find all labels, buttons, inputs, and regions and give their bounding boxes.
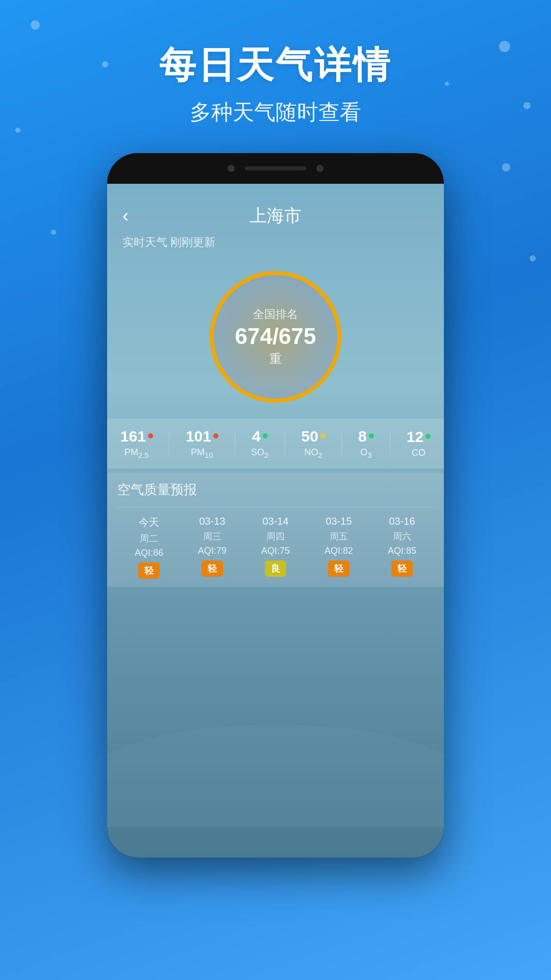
pollutant-value: 8: [358, 428, 367, 445]
pollutant-name: PM10: [191, 447, 213, 459]
forecast-item-3: 03-15 周五 AQI:82 轻: [307, 516, 370, 577]
bg-wave: [107, 725, 444, 827]
forecast-title: 空气质量预报: [117, 481, 434, 499]
pollutant-name: NO2: [305, 447, 322, 459]
aqi-circle-section: 全国排名 674/675 重: [107, 250, 444, 419]
pollutant-name: PM2.5: [124, 447, 149, 459]
pollutant-value-row: 101: [186, 428, 218, 445]
pollutant-divider: [390, 431, 390, 456]
pollutant-divider: [341, 431, 342, 456]
sensor-dot: [316, 165, 323, 172]
pollutant-item-2: 4 SO2: [251, 428, 268, 459]
aqi-rank-label: 全国排名: [235, 307, 316, 322]
pollutant-dot: [148, 433, 153, 438]
pollutant-value: 12: [407, 428, 423, 446]
forecast-date: 03-15: [325, 516, 352, 527]
pollutant-item-3: 50 NO2: [302, 428, 325, 459]
pollutants-row: 161 PM2.5 101 PM10 4 SO2 50 NO2 8 O3 12: [107, 419, 444, 469]
speaker-bar: [245, 166, 306, 170]
forecast-aqi: AQI:79: [198, 546, 227, 556]
pollutant-divider: [235, 431, 235, 456]
pollutant-dot: [425, 434, 431, 439]
top-section: 每日天气详情 多种天气随时查看: [0, 0, 551, 127]
forecast-item-0: 今天 周二 AQI:86 轻: [117, 516, 181, 579]
pollutant-value-row: 4: [252, 428, 268, 445]
forecast-date: 03-13: [199, 516, 225, 527]
bg-dot-7: [502, 163, 510, 172]
sub-title: 多种天气随时查看: [0, 98, 551, 127]
forecast-badge: 轻: [202, 560, 223, 577]
pollutant-dot: [263, 433, 268, 438]
pollutant-dot: [369, 433, 374, 438]
phone-mockup: ‹ 上海市 实时天气 刚刚更新: [107, 153, 444, 868]
pollutant-item-1: 101 PM10: [186, 428, 218, 459]
main-title: 每日天气详情: [0, 41, 551, 90]
bg-dot-5: [15, 128, 20, 133]
bg-dot-9: [530, 255, 536, 261]
pollutant-dot: [320, 433, 325, 438]
phone-top-bar: [107, 153, 444, 184]
aqi-circle-inner: 全国排名 674/675 重: [235, 307, 316, 367]
bg-dot-8: [51, 230, 56, 235]
forecast-day: 周三: [203, 530, 221, 543]
pollutant-value: 101: [186, 428, 211, 445]
forecast-item-4: 03-16 周六 AQI:85 轻: [370, 516, 434, 577]
pollutant-divider: [285, 431, 285, 456]
aqi-status: 重: [235, 351, 316, 367]
forecast-date: 今天: [139, 516, 159, 529]
forecast-badge: 轻: [328, 560, 349, 577]
forecast-aqi: AQI:75: [261, 546, 290, 556]
status-bar: [107, 184, 444, 199]
forecast-badge: 轻: [138, 562, 160, 579]
forecast-aqi: AQI:86: [135, 548, 163, 558]
app-header: ‹ 上海市: [107, 199, 444, 233]
aqi-circle-container: 全国排名 674/675 重: [204, 265, 347, 408]
phone-shell: ‹ 上海市 实时天气 刚刚更新: [107, 153, 444, 857]
forecast-section: 空气质量预报 今天 周二 AQI:86 轻 03-13 周三 AQI:79 轻 …: [107, 473, 444, 587]
pollutant-item-4: 8 O3: [358, 428, 374, 459]
pollutant-value-row: 161: [120, 428, 153, 445]
forecast-row: 今天 周二 AQI:86 轻 03-13 周三 AQI:79 轻 03-14 周…: [117, 516, 434, 579]
pollutant-value-row: 12: [407, 428, 431, 446]
update-info: 实时天气 刚刚更新: [107, 233, 444, 250]
pollutant-name: SO2: [251, 447, 268, 459]
forecast-date: 03-14: [262, 516, 288, 527]
forecast-divider: [117, 507, 434, 507]
pollutant-value-row: 50: [302, 428, 325, 445]
forecast-badge: 轻: [391, 560, 413, 577]
pollutant-name: O3: [360, 447, 371, 459]
pollutant-item-5: 12 CO: [407, 428, 431, 458]
aqi-rank-value: 674/675: [235, 325, 316, 348]
forecast-day: 周五: [330, 530, 348, 543]
pollutant-item-0: 161 PM2.5: [120, 428, 153, 459]
forecast-day: 周二: [140, 532, 158, 545]
forecast-badge: 良: [265, 560, 286, 577]
forecast-aqi: AQI:85: [388, 546, 416, 556]
pollutant-dot: [213, 433, 218, 438]
phone-screen: ‹ 上海市 实时天气 刚刚更新: [107, 184, 444, 857]
forecast-item-1: 03-13 周三 AQI:79 轻: [181, 516, 244, 577]
forecast-date: 03-16: [389, 516, 415, 527]
forecast-item-2: 03-14 周四 AQI:75 良: [244, 516, 307, 577]
pollutant-name: CO: [412, 448, 425, 458]
forecast-aqi: AQI:82: [324, 546, 353, 556]
back-button[interactable]: ‹: [122, 205, 129, 227]
camera-lens: [228, 165, 235, 172]
pollutant-divider: [169, 431, 169, 456]
forecast-day: 周六: [393, 530, 411, 543]
pollutant-value-row: 8: [358, 428, 374, 445]
pollutant-value: 161: [120, 428, 146, 445]
city-name: 上海市: [249, 204, 302, 228]
forecast-day: 周四: [266, 530, 285, 543]
pollutant-value: 4: [252, 428, 261, 445]
pollutant-value: 50: [302, 428, 318, 445]
